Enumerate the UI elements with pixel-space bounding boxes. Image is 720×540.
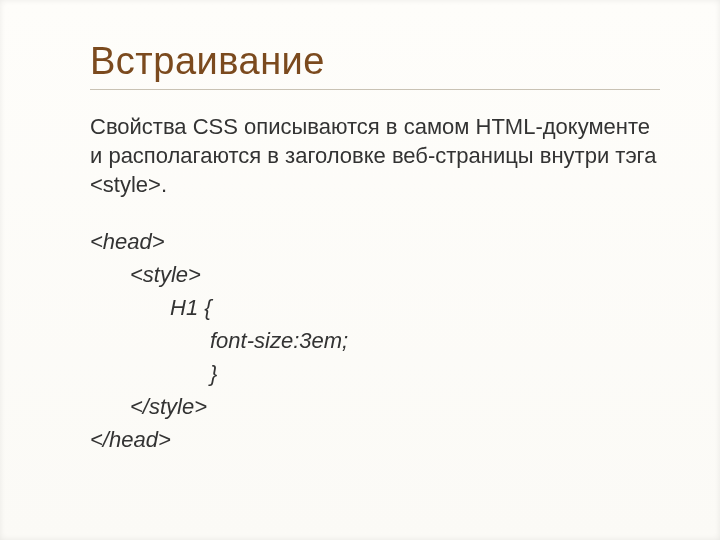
slide: Встраивание Свойства CSS описываются в с… [0, 0, 720, 540]
code-line: </style> [90, 390, 660, 423]
code-line: <style> [90, 258, 660, 291]
code-line: </head> [90, 423, 660, 456]
code-line: <head> [90, 225, 660, 258]
code-line: } [90, 357, 660, 390]
slide-title: Встраивание [90, 40, 660, 83]
title-container: Встраивание [90, 40, 660, 90]
code-example: <head> <style> H1 { font-size:3em; } </s… [90, 225, 660, 456]
code-line: font-size:3em; [90, 324, 660, 357]
description-paragraph: Свойства CSS описываются в самом HTML-до… [90, 112, 660, 199]
code-line: H1 { [90, 291, 660, 324]
